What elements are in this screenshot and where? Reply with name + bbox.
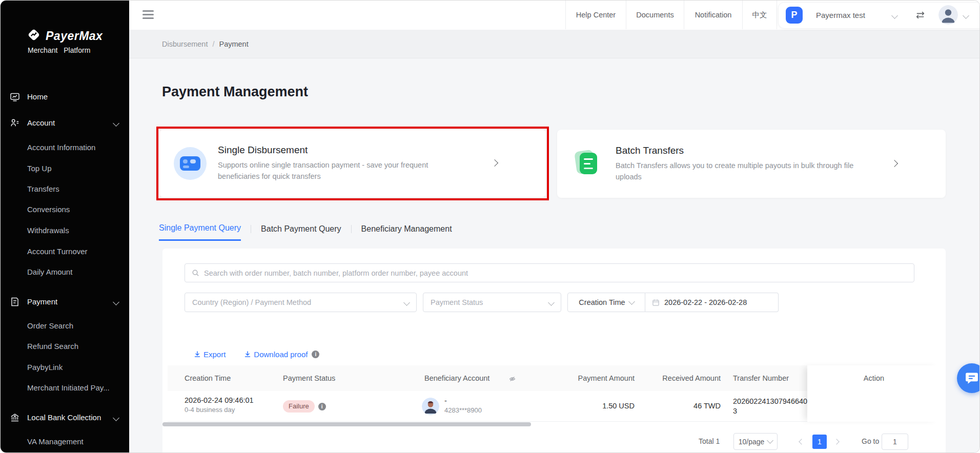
topbar: Help Center Documents Notification 中文 P …	[129, 1, 979, 30]
card-title: Batch Transfers	[616, 145, 876, 156]
search-icon	[192, 269, 199, 277]
tab-single-payment-query[interactable]: Single Payment Query	[159, 223, 241, 241]
sidebar-item-home[interactable]: Home	[27, 89, 48, 105]
download-icon	[244, 351, 251, 358]
org-name[interactable]: Payermax test	[816, 1, 865, 30]
horizontal-scrollbar[interactable]	[162, 422, 531, 426]
sidebar-item-conversions[interactable]: Conversions	[27, 201, 70, 218]
search-box	[185, 263, 914, 282]
query-tabs: Single Payment Query Batch Payment Query…	[159, 223, 452, 241]
download-proof-label: Download proof	[254, 350, 308, 359]
sidebar-item-paybylink[interactable]: PaybyLink	[27, 359, 63, 376]
chevron-down-icon[interactable]	[113, 415, 119, 421]
beneficiary-name: -	[444, 397, 482, 405]
col-action: Action	[807, 365, 941, 391]
goto-label: Go to	[862, 433, 879, 450]
select-placeholder: Country (Region) / Payment Method	[192, 298, 311, 306]
tab-batch-payment-query[interactable]: Batch Payment Query	[261, 224, 341, 240]
country-payment-method-select[interactable]: Country (Region) / Payment Method	[185, 293, 417, 312]
payment-amount-cell: 1.50 USD	[602, 402, 635, 410]
language-switch-link[interactable]: 中文	[742, 1, 777, 29]
col-beneficiary-account: Beneficiary Account	[424, 365, 489, 391]
sidebar-item-order-search[interactable]: Order Search	[27, 318, 73, 334]
page-size-select[interactable]: 10/page	[733, 433, 778, 450]
batch-transfers-card-icon	[571, 148, 604, 180]
notification-link[interactable]: Notification	[684, 1, 742, 29]
batch-transfers-card[interactable]: Batch Transfers Batch Transfers allows y…	[557, 130, 946, 198]
export-label: Export	[203, 350, 226, 359]
col-creation-time: Creation Time	[185, 365, 231, 391]
sidebar-item-transfers[interactable]: Transfers	[27, 181, 59, 197]
creation-time-note: 0-4 business day	[185, 406, 254, 414]
goto-page-input[interactable]	[882, 434, 908, 450]
payment-status-select[interactable]: Payment Status	[423, 293, 561, 312]
hamburger-menu-icon[interactable]	[142, 10, 154, 19]
account-icon	[10, 118, 20, 128]
col-received-amount: Received Amount	[662, 365, 721, 391]
pagination-total: Total 1	[699, 433, 720, 450]
breadcrumb: Disbursement/Payment	[162, 30, 249, 58]
single-disbursement-card-icon	[174, 147, 207, 180]
chevron-up-icon[interactable]	[113, 299, 119, 305]
breadcrumb-bar: Disbursement/Payment	[129, 30, 979, 58]
search-input[interactable]	[204, 269, 914, 277]
logo-subtitle: Merchant Platform	[28, 46, 90, 54]
documents-link[interactable]: Documents	[626, 1, 684, 29]
sidebar-item-top-up[interactable]: Top Up	[27, 160, 52, 177]
sidebar-item-merchant-initiated-pay[interactable]: Merchant Initiated Pay...	[27, 380, 110, 396]
chevron-up-icon[interactable]	[113, 120, 119, 127]
current-page-button[interactable]: 1	[812, 435, 827, 449]
help-center-link[interactable]: Help Center	[565, 1, 626, 29]
action-fixed-column: Action	[807, 365, 941, 422]
sidebar-item-local-bank-collection[interactable]: Local Bank Collection	[27, 409, 101, 426]
bank-icon	[10, 413, 20, 423]
table-actions: Export Download proof i	[194, 348, 319, 360]
single-disbursement-card[interactable]: Single Disbursement Supports online sing…	[159, 130, 546, 197]
prev-page-button[interactable]	[794, 435, 809, 449]
received-amount-cell: 46 TWD	[693, 402, 721, 410]
chevron-down-icon	[628, 298, 635, 305]
select-placeholder: Payment Status	[431, 298, 483, 306]
next-page-button[interactable]	[829, 435, 844, 449]
transfer-number-cell: 2026022413079466403	[733, 397, 811, 416]
date-range-value: 2026-02-22 - 2026-02-28	[664, 298, 747, 306]
sidebar-item-refund-search[interactable]: Refund Search	[27, 338, 78, 355]
payermax-diamond-icon	[26, 27, 42, 45]
sidebar-item-payment[interactable]: Payment	[27, 294, 57, 310]
info-icon[interactable]: i	[318, 403, 326, 410]
switch-account-icon[interactable]	[915, 11, 925, 21]
org-badge[interactable]: P	[786, 7, 803, 24]
breadcrumb-payment: Payment	[219, 40, 248, 48]
page-size-value: 10/page	[739, 438, 765, 446]
time-filter: Creation Time 2026-02-22 - 2026-02-28	[567, 293, 779, 312]
export-link[interactable]: Export	[194, 350, 226, 359]
chevron-right-icon	[491, 159, 498, 167]
time-type-select[interactable]: Creation Time	[567, 293, 645, 312]
payment-icon	[10, 297, 20, 307]
eye-off-icon[interactable]	[509, 375, 516, 384]
sidebar-item-account-turnover[interactable]: Account Turnover	[27, 243, 88, 260]
date-range-picker[interactable]: 2026-02-22 - 2026-02-28	[645, 293, 779, 312]
download-icon	[194, 351, 201, 358]
sidebar-item-account[interactable]: Account	[27, 115, 55, 131]
info-icon[interactable]: i	[312, 351, 319, 358]
calendar-icon	[652, 299, 660, 306]
user-avatar[interactable]	[938, 5, 958, 25]
customer-service-button[interactable]	[957, 363, 980, 393]
page-title: Payment Management	[162, 84, 308, 100]
download-proof-link[interactable]: Download proof	[244, 350, 308, 359]
sidebar-item-withdrawals[interactable]: Withdrawals	[27, 222, 69, 239]
col-payment-status: Payment Status	[283, 365, 335, 391]
card-description: Supports online single transaction payme…	[218, 160, 439, 182]
chat-icon	[964, 370, 979, 386]
main-content: Payment Management Single Disbursement S…	[129, 58, 979, 452]
payments-table: Creation Time Payment Status Beneficiary…	[168, 365, 941, 422]
sidebar-item-va-management[interactable]: VA Management	[27, 434, 84, 450]
creation-time-cell: 2026-02-24 09:46:01 0-4 business day	[185, 396, 254, 414]
sidebar-item-daily-amount[interactable]: Daily Amount	[27, 264, 72, 280]
tab-beneficiary-management[interactable]: Beneficiary Management	[361, 224, 452, 240]
sidebar-item-account-information[interactable]: Account Information	[27, 139, 95, 156]
chevron-down-icon	[767, 437, 773, 444]
creation-time-value: 2026-02-24 09:46:01	[185, 396, 254, 404]
breadcrumb-disbursement[interactable]: Disbursement	[162, 40, 208, 48]
